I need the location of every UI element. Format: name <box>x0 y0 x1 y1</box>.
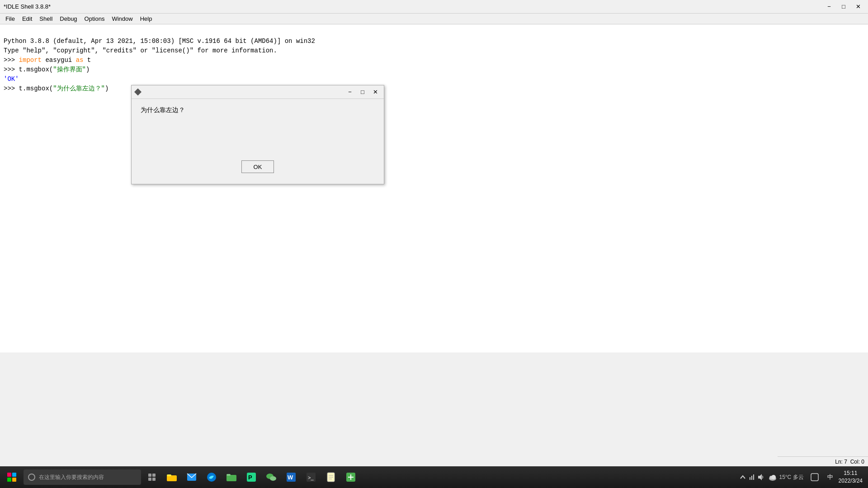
taskbar-notes[interactable] <box>322 468 340 486</box>
network-icon <box>748 474 755 481</box>
msgbox-minimize-button[interactable]: − <box>344 88 356 97</box>
svg-rect-1 <box>152 474 156 477</box>
msgbox-dialog: − □ ✕ 为什么靠左边？ OK <box>131 85 384 184</box>
search-icon <box>28 474 35 481</box>
maximize-button[interactable]: □ <box>837 2 850 11</box>
svg-rect-3 <box>152 478 156 481</box>
msgbox-message: 为什么靠左边？ <box>141 106 375 114</box>
svg-rect-5 <box>167 474 171 476</box>
msgbox-title-left <box>134 89 143 96</box>
mail-icon <box>186 472 197 483</box>
terminal-icon: >_ <box>306 472 316 483</box>
taskbar-mail[interactable] <box>183 468 201 486</box>
svg-point-31 <box>771 475 776 479</box>
msgbox-buttons: OK <box>141 160 375 177</box>
menu-file[interactable]: File <box>2 14 19 23</box>
svg-rect-27 <box>753 474 754 480</box>
menu-help[interactable]: Help <box>137 14 156 23</box>
svg-rect-26 <box>751 476 752 480</box>
msgbox-body: 为什么靠左边？ OK <box>132 99 384 184</box>
msgbox-titlebar: − □ ✕ <box>132 85 384 99</box>
notes-icon <box>326 472 336 483</box>
shell-line2: Type "help", "copyright", "credits" or "… <box>4 47 277 54</box>
idle-menubar: File Edit Shell Debug Options Window Hel… <box>0 14 868 24</box>
svg-rect-2 <box>148 478 151 481</box>
task-view-icon <box>146 472 157 483</box>
svg-text:W: W <box>288 474 293 481</box>
titlebar-controls: − □ ✕ <box>823 2 864 11</box>
taskbar-time[interactable]: 15:11 2022/3/24 <box>839 469 863 485</box>
status-ln-col: Ln: 7 Col: 0 <box>835 459 864 465</box>
svg-text:P: P <box>248 474 252 481</box>
chevron-up-icon[interactable] <box>739 474 746 481</box>
system-tray <box>739 474 764 481</box>
start-button[interactable] <box>2 467 22 487</box>
idle-title: *IDLE Shell 3.8.8* <box>4 3 51 10</box>
svg-rect-24 <box>350 474 351 480</box>
taskbar-weather: 15°C 多云 <box>768 473 803 482</box>
taskbar-wechat[interactable] <box>262 468 280 486</box>
cloud-icon <box>768 473 777 482</box>
menu-window[interactable]: Window <box>108 14 136 23</box>
shell-content[interactable]: Python 3.8.8 (default, Apr 13 2021, 15:0… <box>0 24 868 352</box>
svg-rect-0 <box>148 474 151 477</box>
file-explorer-icon <box>166 472 177 483</box>
idle-window: *IDLE Shell 3.8.8* − □ ✕ File Edit Shell… <box>0 0 868 352</box>
shell-line4: >>> t.msgbox("操作界面") <box>4 66 90 73</box>
greenapp-icon <box>345 472 356 483</box>
taskbar: 在这里输入你要搜索的内容 <box>0 466 868 488</box>
shell-line1: Python 3.8.8 (default, Apr 13 2021, 15:0… <box>4 38 315 45</box>
menu-debug[interactable]: Debug <box>56 14 80 23</box>
taskbar-greenapp[interactable] <box>342 468 360 486</box>
taskbar-right: 15°C 多云 中 15:11 2022/3/24 <box>739 469 866 485</box>
msgbox-close-button[interactable]: ✕ <box>369 88 381 97</box>
shell-line3: >>> import easygui as t <box>4 56 91 64</box>
msgbox-maximize-button[interactable]: □ <box>357 88 368 97</box>
minimize-button[interactable]: − <box>823 2 835 11</box>
word-icon: W <box>286 472 297 483</box>
taskbar-search[interactable]: 在这里输入你要搜索的内容 <box>24 469 141 485</box>
taskbar-pycharm[interactable]: P <box>242 468 260 486</box>
taskbar-folder[interactable] <box>222 468 241 486</box>
svg-text:>_: >_ <box>308 475 314 480</box>
notification-button[interactable] <box>807 470 822 484</box>
menu-shell[interactable]: Shell <box>36 14 56 23</box>
svg-rect-9 <box>226 474 231 476</box>
pycharm-icon: P <box>246 472 257 483</box>
svg-rect-25 <box>750 477 750 480</box>
search-placeholder: 在这里输入你要搜索的内容 <box>39 474 104 481</box>
task-view-button[interactable] <box>143 468 161 486</box>
shell-line6: >>> t.msgbox("为什么靠左边？") <box>4 85 108 92</box>
volume-icon <box>757 474 764 481</box>
svg-marker-28 <box>758 474 762 480</box>
msgbox-icon <box>134 89 142 96</box>
close-button[interactable]: ✕ <box>852 2 864 11</box>
taskbar-edge[interactable] <box>203 468 221 486</box>
notification-icon <box>811 473 819 481</box>
msgbox-ok-button[interactable]: OK <box>241 160 274 173</box>
idle-statusbar: Ln: 7 Col: 0 <box>778 456 868 466</box>
input-method[interactable]: 中 <box>826 473 835 481</box>
menu-options[interactable]: Options <box>81 14 108 23</box>
taskbar-word[interactable]: W <box>282 468 300 486</box>
svg-rect-8 <box>226 475 236 481</box>
taskbar-file-explorer[interactable] <box>163 468 181 486</box>
svg-point-13 <box>270 476 276 481</box>
folder-icon <box>226 472 237 483</box>
shell-line5: 'OK' <box>4 75 19 83</box>
edge-icon <box>206 472 217 483</box>
weather-text: 15°C 多云 <box>779 474 803 481</box>
msgbox-controls: − □ ✕ <box>344 88 381 97</box>
wechat-icon <box>266 472 277 483</box>
svg-rect-32 <box>811 474 818 481</box>
windows-icon <box>7 473 16 482</box>
idle-titlebar: *IDLE Shell 3.8.8* − □ ✕ <box>0 0 868 14</box>
menu-edit[interactable]: Edit <box>19 14 36 23</box>
taskbar-terminal[interactable]: >_ <box>302 468 320 486</box>
